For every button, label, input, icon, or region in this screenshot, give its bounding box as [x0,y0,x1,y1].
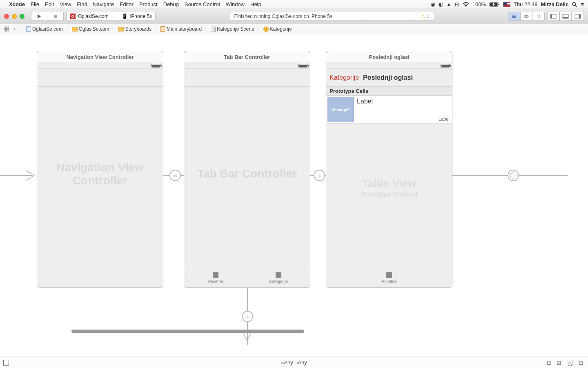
clock[interactable]: Thu 22:49 [514,1,538,7]
svg-rect-13 [550,14,552,18]
cell-label-detail[interactable]: Label [439,117,450,121]
breadcrumb-object[interactable]: ○Kategorije [263,26,292,32]
menu-file[interactable]: File [31,1,39,7]
minimize-button[interactable] [12,14,17,19]
poslednji-oglasi-scene[interactable]: Poslednji oglasi Kategorije Poslednji og… [326,51,452,288]
horizontal-scrollbar[interactable] [71,330,304,333]
menu-navigate[interactable]: Navigate [93,1,114,7]
svg-rect-20 [4,29,6,31]
window-controls [4,14,24,19]
breadcrumb-project[interactable]: OglasiSe.com [26,26,63,32]
drive-icon[interactable]: ▲ [446,1,452,7]
run-button[interactable] [31,12,47,21]
menu-edit[interactable]: Edit [45,1,54,7]
menu-window[interactable]: Window [226,1,245,7]
stop-button[interactable] [47,12,64,21]
breadcrumb-file[interactable]: Main.storyboard [160,26,202,32]
adblock-icon[interactable]: ◐ [439,1,443,7]
svg-rect-15 [563,17,568,18]
navigation-controller-scene[interactable]: Navigation View Controller Navigation Vi… [37,51,163,288]
activity-viewer[interactable]: Finished running OglasiSe.com on iPhone … [230,12,434,21]
align-button[interactable]: ⊟ [546,359,553,366]
notification-center-icon[interactable]: ≡ [581,1,584,7]
size-class-control[interactable]: wAny hAny [281,359,307,366]
utilities-toggle-button[interactable] [572,12,584,21]
scene-title[interactable]: Poslednji oglasi [326,51,452,63]
tableview-placeholder: Table View Prototype Content [326,177,452,198]
wifi-icon[interactable] [463,2,469,7]
tab-pocetna[interactable]: Pocetna [326,268,452,287]
project-icon [26,26,31,32]
segue-show-icon[interactable] [508,170,519,181]
uiimageview[interactable]: UIImageV [327,97,354,122]
resizing-button[interactable]: ⊡ [577,359,585,366]
battery-icon[interactable] [489,2,500,7]
navigation-bar[interactable]: Kategorije Poslednji oglasi [326,69,452,87]
macos-menubar: Xcode File Edit View Find Navigate Edito… [0,0,588,9]
folder-icon [72,27,78,31]
debug-area-toggle-button[interactable] [559,12,572,21]
user-name[interactable]: Mirza Delic [541,1,568,7]
version-editor-button[interactable] [532,12,545,21]
menu-view[interactable]: View [60,1,71,7]
spotlight-icon[interactable] [572,2,577,7]
nav-title: Poslednji oglasi [363,74,413,81]
segue-relationship-icon[interactable]: ∞ [314,170,325,181]
cell-label-main[interactable]: Label [357,98,373,122]
panel-toggle-group [547,12,584,21]
svg-rect-21 [7,29,9,31]
editor-mode-group [508,12,545,21]
menu-find[interactable]: Find [77,1,87,7]
dropbox-icon[interactable]: ⊞ [455,1,459,7]
breadcrumb-storyboards[interactable]: Storyboards [118,26,151,32]
prototype-cells-header: Prototype Cells [326,87,452,96]
svg-rect-17 [579,14,581,18]
storyboard-canvas[interactable]: Navigation View Controller Navigation Vi… [0,34,588,345]
device-icon: 📱 [122,13,128,19]
segue-root-icon[interactable]: ∞ [169,170,181,181]
svg-rect-19 [7,27,9,29]
related-items-button[interactable] [3,26,9,32]
viber-icon[interactable]: ◉ [431,1,435,7]
tab-kategorije[interactable]: Kategorije [247,268,310,287]
canvas-bottom-bar: wAny hAny ⊟ ⊞ |△| ⊡ [0,357,588,368]
prototype-cell[interactable]: UIImageV Label Label [326,96,452,123]
scene-icon: ◻ [211,27,216,32]
outline-toggle-button[interactable] [3,360,9,366]
battery-icon [441,64,450,67]
close-button[interactable] [4,14,9,19]
input-flag-icon[interactable] [503,2,510,7]
tabbar-controller-scene[interactable]: Tab Bar Controller Tab Bar Controller Po… [184,51,310,288]
resolve-issues-button[interactable]: |△| [565,359,575,366]
assistant-editor-button[interactable] [520,12,532,21]
tab-pocetna[interactable]: Pocetna [184,268,247,287]
breadcrumb-group[interactable]: OglasiSe.com [72,26,109,32]
menu-help[interactable]: Help [250,1,261,7]
svg-line-5 [575,5,577,7]
menu-source-control[interactable]: Source Control [185,1,220,7]
scene-title[interactable]: Navigation View Controller [37,51,163,63]
standard-editor-button[interactable] [508,12,520,21]
navigator-toggle-button[interactable] [547,12,559,21]
forward-button[interactable]: 〉 [17,26,23,32]
storyboard-icon [160,26,165,32]
svg-rect-2 [498,4,499,5]
breadcrumb-scene[interactable]: ◻Kategorije Scene [211,26,254,32]
svg-rect-18 [4,27,6,29]
scheme-selector[interactable]: O OglasiSe.com 〉 📱 iPhone 5s [66,12,156,21]
segue-relationship-icon[interactable]: ∞ [242,311,253,322]
back-button[interactable]: 〈 [11,26,16,32]
warning-icon[interactable]: ⚠ [421,13,425,20]
back-button-label[interactable]: Kategorije [330,74,359,81]
pin-button[interactable]: ⊞ [555,359,563,366]
menu-editor[interactable]: Editor [120,1,134,7]
menu-debug[interactable]: Debug [163,1,179,7]
menu-product[interactable]: Product [139,1,158,7]
xcode-toolbar: O OglasiSe.com 〉 📱 iPhone 5s Finished ru… [0,9,588,24]
folder-icon [118,27,124,31]
zoom-button[interactable] [20,14,24,19]
svg-point-4 [572,2,576,6]
scene-title[interactable]: Tab Bar Controller [184,51,310,63]
viewcontroller-icon: ○ [263,27,269,32]
app-name[interactable]: Xcode [9,1,25,7]
